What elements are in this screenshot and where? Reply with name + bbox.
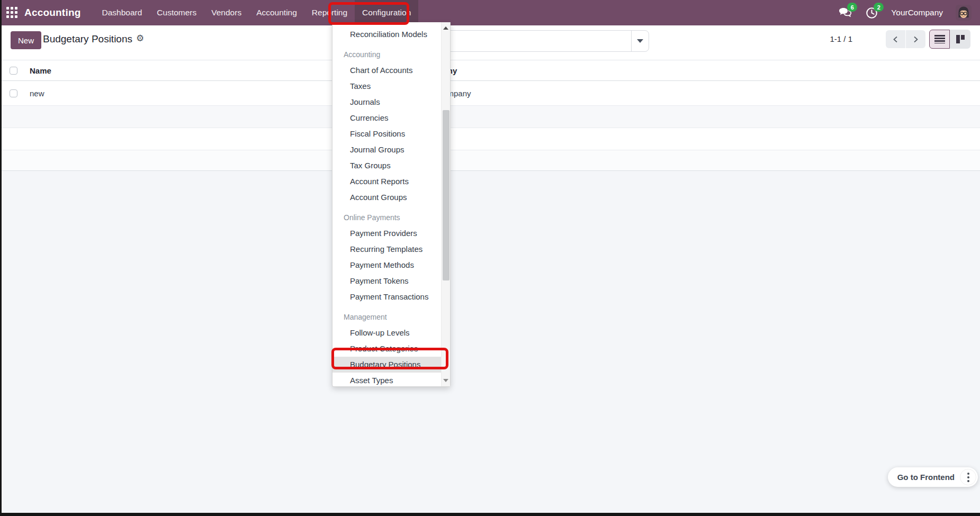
app-name: Accounting [24,7,81,19]
menu-item-recurring-templates[interactable]: Recurring Templates [332,241,442,257]
window-edge-bottom [0,513,980,516]
nav-item-dashboard[interactable]: Dashboard [95,0,150,25]
dot-icon [967,473,969,475]
menu-item-payment-transactions[interactable]: Payment Transactions [332,289,442,305]
menu-item-account-reports[interactable]: Account Reports [332,174,442,189]
nav-item-label: Accounting [256,8,297,17]
activities-button[interactable]: 2 [865,6,878,19]
menu-item-journal-groups[interactable]: Journal Groups [332,142,442,158]
empty-row [0,128,980,150]
column-header-name[interactable]: Name [30,66,51,75]
search-dropdown-button[interactable] [631,31,649,51]
cell-name: new [30,89,44,98]
menu-item-reconciliation-models[interactable]: Reconciliation Models [332,26,442,42]
nav-item-label: Reporting [312,8,347,17]
nav-item-label: Customers [157,8,196,17]
pager-counter: 1-1 / 1 [830,34,852,43]
navbar-systray: 6 2 YourCompany [838,0,980,25]
app-window: Accounting Dashboard Customers Vendors A… [0,0,980,516]
menu-item-account-groups[interactable]: Account Groups [332,189,442,205]
menu-item-fiscal-positions[interactable]: Fiscal Positions [332,126,442,142]
table-row[interactable]: new YourCompany [0,81,980,106]
list-view-table: Name Company new YourCompany [0,60,980,171]
pager-previous-button[interactable] [886,30,905,48]
scroll-down-icon[interactable] [443,379,448,382]
nav-item-label: Configuration [362,8,411,17]
gear-icon[interactable]: ⚙ [136,34,144,43]
menu-item-product-categories[interactable]: Product Categories [332,341,442,357]
messages-badge: 6 [847,3,857,12]
nav-item-label: Dashboard [102,8,142,17]
menu-item-taxes[interactable]: Taxes [332,78,442,94]
messages-button[interactable]: 6 [838,6,852,19]
menu-section-accounting: Accounting [332,47,442,62]
menu-item-budgetary-positions[interactable]: Budgetary Positions [332,357,442,373]
nav-item-accounting[interactable]: Accounting [249,0,304,25]
select-all-checkbox[interactable] [10,67,17,75]
pager-next-button[interactable] [906,30,925,48]
empty-row [0,150,980,171]
chevron-right-icon [912,36,919,43]
menu-item-tax-groups[interactable]: Tax Groups [332,158,442,174]
dot-icon [967,480,969,482]
apps-grid-glyph [6,7,18,19]
pager [886,30,925,48]
list-view-icon [934,35,945,43]
user-menu[interactable]: YourCompany [891,8,943,17]
menu-item-asset-types[interactable]: Asset Types [332,373,442,386]
nav-item-reporting[interactable]: Reporting [304,0,355,25]
nav-item-customers[interactable]: Customers [149,0,204,25]
empty-row [0,106,980,128]
dropdown-scrollbar[interactable] [441,22,450,386]
menu-section-management: Management [332,309,442,325]
configuration-menu-items: Reconciliation Models Accounting Chart o… [332,22,442,386]
menu-item-chart-of-accounts[interactable]: Chart of Accounts [332,62,442,78]
kanban-view-button[interactable] [950,30,970,49]
configuration-dropdown-menu: Reconciliation Models Accounting Chart o… [332,22,451,387]
go-to-frontend-button[interactable]: Go to Frontend [897,473,955,482]
chevron-down-icon [637,39,643,43]
menu-item-payment-providers[interactable]: Payment Providers [332,225,442,241]
row-checkbox[interactable] [10,89,17,97]
list-view-button[interactable] [929,30,950,49]
menu-item-payment-methods[interactable]: Payment Methods [332,257,442,273]
scroll-up-icon[interactable] [443,26,448,30]
new-button[interactable]: New [11,31,41,49]
menu-item-journals[interactable]: Journals [332,94,442,110]
kanban-view-icon [955,34,966,44]
menu-item-payment-tokens[interactable]: Payment Tokens [332,273,442,289]
table-header-row: Name Company [0,60,980,81]
scrollbar-thumb[interactable] [443,110,449,280]
main-menu: Dashboard Customers Vendors Accounting R… [95,0,419,25]
page-title: Budgetary Positions [43,33,132,45]
control-panel: New Budgetary Positions ⚙ 1-1 / 1 [0,25,980,60]
chevron-left-icon [892,36,899,43]
nav-item-label: Vendors [211,8,241,17]
content-background [0,170,980,516]
avatar-image [956,5,972,21]
menu-section-online-payments: Online Payments [332,210,442,225]
view-switcher [929,30,970,49]
frontend-pill: Go to Frontend [888,467,978,487]
apps-grid-icon[interactable] [0,0,24,25]
menu-item-follow-up-levels[interactable]: Follow-up Levels [332,325,442,341]
window-edge-left [0,0,2,516]
menu-item-currencies[interactable]: Currencies [332,110,442,126]
dot-icon [967,476,969,478]
nav-item-configuration[interactable]: Configuration [355,0,418,25]
top-navbar: Accounting Dashboard Customers Vendors A… [0,0,980,25]
more-options-button[interactable] [960,469,976,485]
activities-badge: 2 [874,3,884,12]
avatar[interactable] [956,5,972,21]
nav-item-vendors[interactable]: Vendors [204,0,249,25]
